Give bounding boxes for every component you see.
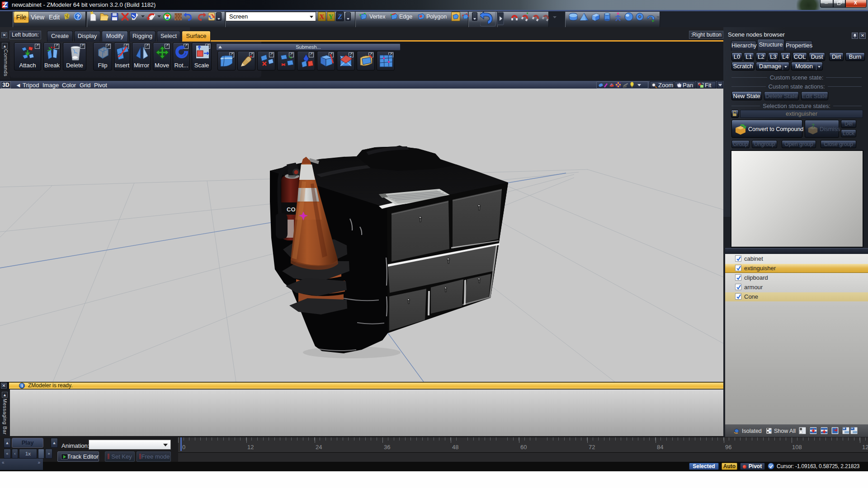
- svg-text:Edge: Edge: [399, 14, 412, 20]
- svg-text:Vertex: Vertex: [369, 14, 386, 20]
- svg-text:CO: CO: [287, 206, 296, 213]
- svg-text:Polygon: Polygon: [426, 14, 447, 20]
- svg-text:?: ?: [76, 13, 80, 20]
